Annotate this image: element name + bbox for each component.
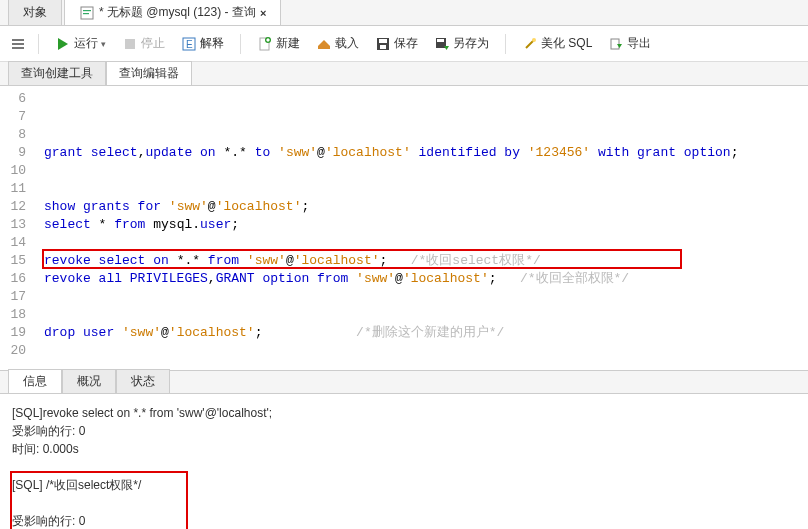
code-line (44, 306, 808, 324)
code-line (44, 234, 808, 252)
sql-editor[interactable]: 67891011121314151617181920 grant select,… (0, 86, 808, 364)
load-button[interactable]: 载入 (312, 33, 363, 54)
new-label: 新建 (276, 35, 300, 52)
saveas-label: 另存为 (453, 35, 489, 52)
menu-icon[interactable] (10, 36, 26, 52)
tab-label: 查询编辑器 (119, 66, 179, 80)
svg-rect-13 (267, 39, 270, 41)
saveas-icon (434, 36, 450, 52)
dropdown-icon: ▾ (101, 39, 106, 49)
tab-messages[interactable]: 信息 (8, 369, 62, 393)
messages-panel: [SQL]revoke select on *.* from 'sww'@'lo… (0, 394, 808, 529)
separator (240, 34, 241, 54)
editor-sub-tabs: 查询创建工具 查询编辑器 (0, 62, 808, 86)
code-line (44, 90, 808, 108)
explain-button[interactable]: E 解释 (177, 33, 228, 54)
code-line: drop user 'sww'@'localhost'; /*删除这个新建的用户… (44, 324, 808, 342)
query-icon (79, 5, 95, 21)
code-line: grant select,update on *.* to 'sww'@'loc… (44, 144, 808, 162)
code-line (44, 162, 808, 180)
beautify-label: 美化 SQL (541, 35, 592, 52)
export-label: 导出 (627, 35, 651, 52)
tab-query[interactable]: * 无标题 @mysql (123) - 查询 × (64, 0, 281, 25)
svg-rect-7 (125, 39, 135, 49)
explain-icon: E (181, 36, 197, 52)
svg-rect-3 (12, 39, 24, 41)
message-line: [SQL] /*收回select权限*/ (12, 476, 796, 494)
tab-label: 信息 (23, 374, 47, 388)
tab-label: 对象 (23, 4, 47, 21)
code-line: select * from mysql.user; (44, 216, 808, 234)
tab-label: 概况 (77, 374, 101, 388)
stop-button[interactable]: 停止 (118, 33, 169, 54)
svg-rect-16 (379, 39, 387, 43)
new-button[interactable]: 新建 (253, 33, 304, 54)
code-line: revoke all PRIVILEGES,GRANT option from … (44, 270, 808, 288)
svg-text:E: E (186, 39, 193, 50)
svg-rect-19 (437, 39, 444, 42)
separator (505, 34, 506, 54)
message-line: [SQL]revoke select on *.* from 'sww'@'lo… (12, 404, 796, 422)
load-icon (316, 36, 332, 52)
tab-label: 状态 (131, 374, 155, 388)
separator (38, 34, 39, 54)
svg-rect-4 (12, 43, 24, 45)
line-gutter: 67891011121314151617181920 (0, 90, 36, 360)
tab-query-editor[interactable]: 查询编辑器 (106, 61, 192, 85)
result-tabs: 信息 概况 状态 (0, 370, 808, 394)
code-line: revoke select on *.* from 'sww'@'localho… (44, 252, 808, 270)
toolbar: 运行 ▾ 停止 E 解释 新建 载入 保存 另存为 美化 SQL 导出 (0, 26, 808, 62)
line-number: 20 (0, 342, 26, 360)
svg-rect-17 (380, 45, 386, 49)
save-icon (375, 36, 391, 52)
code-area[interactable]: grant select,update on *.* to 'sww'@'loc… (36, 90, 808, 360)
code-line (44, 342, 808, 360)
line-number: 12 (0, 198, 26, 216)
svg-rect-2 (83, 13, 89, 14)
line-number: 19 (0, 324, 26, 342)
close-icon[interactable]: × (260, 7, 266, 19)
message-line: 受影响的行: 0 (12, 512, 796, 529)
line-number: 9 (0, 144, 26, 162)
tab-objects[interactable]: 对象 (8, 0, 62, 25)
run-label: 运行 (74, 35, 98, 52)
line-number: 14 (0, 234, 26, 252)
tab-query-builder[interactable]: 查询创建工具 (8, 61, 106, 85)
export-icon (608, 36, 624, 52)
tab-profile[interactable]: 概况 (62, 369, 116, 393)
tab-label: 查询创建工具 (21, 66, 93, 80)
document-tabs: 对象 * 无标题 @mysql (123) - 查询 × (0, 0, 808, 26)
save-button[interactable]: 保存 (371, 33, 422, 54)
tab-label: * 无标题 @mysql (123) - 查询 (99, 4, 256, 21)
line-number: 16 (0, 270, 26, 288)
code-line (44, 108, 808, 126)
svg-marker-6 (58, 38, 68, 50)
line-number: 11 (0, 180, 26, 198)
line-number: 15 (0, 252, 26, 270)
line-number: 17 (0, 288, 26, 306)
load-label: 载入 (335, 35, 359, 52)
play-icon (55, 36, 71, 52)
message-line (12, 494, 796, 512)
run-button[interactable]: 运行 ▾ (51, 33, 110, 54)
explain-label: 解释 (200, 35, 224, 52)
message-line: 时间: 0.000s (12, 440, 796, 458)
svg-rect-14 (318, 46, 330, 49)
wand-icon (522, 36, 538, 52)
line-number: 8 (0, 126, 26, 144)
line-number: 6 (0, 90, 26, 108)
beautify-button[interactable]: 美化 SQL (518, 33, 596, 54)
line-number: 18 (0, 306, 26, 324)
new-icon (257, 36, 273, 52)
line-number: 13 (0, 216, 26, 234)
code-line (44, 126, 808, 144)
saveas-button[interactable]: 另存为 (430, 33, 493, 54)
message-line: 受影响的行: 0 (12, 422, 796, 440)
line-number: 10 (0, 162, 26, 180)
code-line (44, 288, 808, 306)
code-line: show grants for 'sww'@'localhost'; (44, 198, 808, 216)
export-button[interactable]: 导出 (604, 33, 655, 54)
svg-rect-1 (83, 10, 91, 11)
svg-point-21 (532, 38, 536, 42)
tab-status[interactable]: 状态 (116, 369, 170, 393)
